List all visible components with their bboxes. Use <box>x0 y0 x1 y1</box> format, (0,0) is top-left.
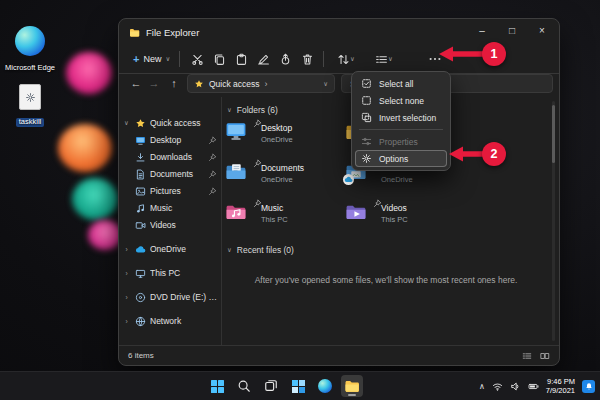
large-icons-view-icon[interactable] <box>540 351 550 361</box>
share-button[interactable] <box>275 49 295 69</box>
menu-item-select-all[interactable]: Select all <box>355 75 447 92</box>
task-view-icon <box>264 379 278 393</box>
menu-item-options[interactable]: Options <box>355 150 447 167</box>
folder-tile-desktop[interactable]: Desktop OneDrive <box>225 119 339 155</box>
pin-icon <box>208 170 217 179</box>
address-bar[interactable]: Quick access › ∨ <box>187 74 335 93</box>
annotation-step-1: 1 <box>482 42 506 66</box>
widgets-button[interactable] <box>287 375 309 397</box>
address-dropdown-icon[interactable]: ∨ <box>323 80 328 88</box>
menu-item-invert-selection[interactable]: Invert selection <box>355 109 447 126</box>
sidebar-item-videos[interactable]: Videos <box>122 217 219 233</box>
music-icon <box>135 203 146 214</box>
details-view-icon[interactable] <box>522 351 532 361</box>
clock-time: 9:46 PM <box>546 377 575 386</box>
delete-button[interactable] <box>297 49 317 69</box>
recent-files-empty-message: After you've opened some files, we'll sh… <box>225 275 547 285</box>
scrollbar-thumb[interactable] <box>552 105 555 163</box>
close-button[interactable]: × <box>527 19 557 43</box>
minimize-button[interactable]: – <box>467 19 497 43</box>
sidebar-item-pictures[interactable]: Pictures <box>122 183 219 199</box>
rename-button[interactable] <box>253 49 273 69</box>
folders-section-header[interactable]: ∨ Folders (6) <box>227 105 278 115</box>
start-button[interactable] <box>206 375 228 397</box>
see-more-menu: Select all Select none Invert selection … <box>351 71 451 171</box>
taskbar-search-button[interactable] <box>233 375 255 397</box>
sidebar-item-onedrive[interactable]: › OneDrive <box>122 241 219 257</box>
pictures-icon <box>135 186 146 197</box>
cut-icon <box>191 53 204 66</box>
desktop-icon-taskkill[interactable]: taskkill <box>2 84 58 128</box>
pin-icon <box>208 153 217 162</box>
pin-icon <box>208 136 217 145</box>
invert-selection-icon <box>361 112 372 123</box>
wifi-icon[interactable] <box>492 381 503 392</box>
sidebar-item-quick-access[interactable]: ∨ Quick access <box>122 115 219 131</box>
desktop-icon-label: Microsoft Edge <box>5 64 55 73</box>
volume-icon[interactable] <box>510 381 521 392</box>
sidebar-item-downloads[interactable]: Downloads <box>122 149 219 165</box>
status-bar: 6 items <box>119 345 559 365</box>
new-button[interactable]: + New ∨ <box>127 48 176 70</box>
rename-icon <box>257 53 270 66</box>
item-count: 6 items <box>128 351 154 360</box>
widgets-icon <box>292 380 305 393</box>
chevron-right-icon[interactable]: › <box>122 294 131 301</box>
copy-button[interactable] <box>209 49 229 69</box>
desktop-icon-edge[interactable]: Microsoft Edge <box>2 26 58 74</box>
cut-button[interactable] <box>187 49 207 69</box>
chevron-right-icon[interactable]: › <box>122 270 131 277</box>
up-button[interactable]: ↑ <box>165 74 183 93</box>
desktop-folder-icon <box>225 121 247 143</box>
sidebar-item-dvd-drive[interactable]: › DVD Drive (E:) ESD-I <box>122 289 219 305</box>
breadcrumb-separator: › <box>265 79 268 89</box>
maximize-button[interactable]: □ <box>497 19 527 43</box>
quick-access-star-icon <box>194 79 204 89</box>
file-explorer-icon <box>344 378 360 394</box>
bell-icon <box>585 382 593 390</box>
delete-icon <box>301 53 314 66</box>
folder-tile-music[interactable]: Music This PC <box>225 199 339 235</box>
desktop: Microsoft Edge taskkill File Explorer – … <box>0 0 600 400</box>
sidebar-item-network[interactable]: › Network <box>122 313 219 329</box>
notification-badge[interactable] <box>582 380 595 393</box>
music-folder-icon <box>225 201 247 223</box>
cloud-icon <box>344 175 353 184</box>
forward-button[interactable]: → <box>145 74 163 93</box>
view-button[interactable]: ∨ <box>369 49 399 69</box>
sort-button[interactable]: ∨ <box>331 49 361 69</box>
chevron-down-icon: ∨ <box>227 106 232 114</box>
taskbar-edge-button[interactable] <box>314 375 336 397</box>
taskbar-clock[interactable]: 9:46 PM 7/9/2021 <box>546 377 575 395</box>
chevron-right-icon[interactable]: › <box>122 246 131 253</box>
chevron-down-icon[interactable]: ∨ <box>122 119 131 127</box>
clock-date: 7/9/2021 <box>546 386 575 395</box>
folder-tile-videos[interactable]: Videos This PC <box>345 199 459 235</box>
breadcrumb[interactable]: Quick access <box>209 79 260 89</box>
chevron-right-icon[interactable]: › <box>122 318 131 325</box>
hidden-icons-chevron[interactable]: ∧ <box>479 382 485 391</box>
paste-button[interactable] <box>231 49 251 69</box>
sidebar-item-documents[interactable]: Documents <box>122 166 219 182</box>
folder-tile-documents[interactable]: Documents OneDrive <box>225 159 339 195</box>
divider <box>323 51 324 67</box>
scrollbar[interactable] <box>552 101 555 341</box>
sidebar-item-this-pc[interactable]: › This PC <box>122 265 219 281</box>
back-button[interactable]: ← <box>127 74 145 93</box>
taskbar-file-explorer-button[interactable] <box>341 375 363 397</box>
sidebar-item-desktop[interactable]: Desktop <box>122 132 219 148</box>
wallpaper-shape <box>72 178 118 220</box>
file-explorer-window: File Explorer – □ × + New ∨ ∨ <box>118 18 560 366</box>
recent-files-section-header[interactable]: ∨ Recent files (0) <box>227 245 294 255</box>
search-icon <box>237 379 251 393</box>
options-gear-icon <box>361 153 372 164</box>
battery-icon[interactable] <box>528 381 539 392</box>
menu-item-select-none[interactable]: Select none <box>355 92 447 109</box>
annotation-step-2: 2 <box>482 142 506 166</box>
sidebar-item-music[interactable]: Music <box>122 200 219 216</box>
documents-folder-icon <box>225 161 247 183</box>
copy-icon <box>213 53 226 66</box>
wallpaper-shape <box>58 124 112 172</box>
task-view-button[interactable] <box>260 375 282 397</box>
windows-logo-icon <box>211 380 224 393</box>
